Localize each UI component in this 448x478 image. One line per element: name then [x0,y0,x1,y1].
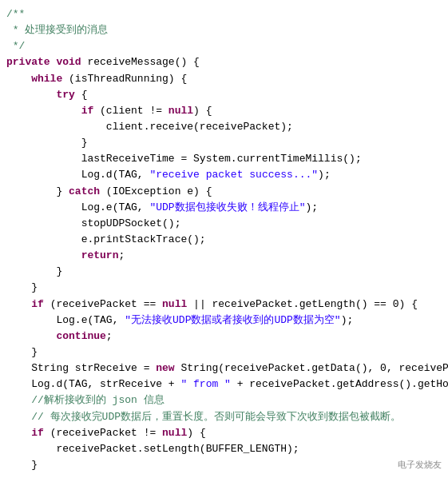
code-line: continue; [0,329,448,345]
indent [6,248,81,264]
token-normal: (IOException e) { [100,184,212,200]
token-comment: * 处理接受到的消息 [6,22,108,38]
token-keyword: null [162,297,187,313]
token-keyword: try [56,87,74,103]
token-normal: Log.d(TAG, strReceive + [31,376,180,392]
code-line: try { [0,87,448,103]
indent [6,425,31,441]
indent [6,216,81,232]
code-line: } [0,457,448,473]
indent [6,297,31,313]
indent [6,232,81,248]
indent [6,167,81,183]
token-keyword: void [56,54,81,70]
indent [6,280,31,296]
token-normal: } [31,345,38,360]
indent [6,345,31,360]
token-string: " from " [180,376,230,392]
code-line: stopUDPSocket(); [0,216,448,232]
token-normal: (receivePacket == [44,297,162,313]
token-normal: stopUDPSocket(); [81,216,181,232]
token-keyword: continue [56,329,105,345]
indent [6,264,56,280]
token-normal: (isThreadRunning) { [62,71,187,87]
indent [6,409,31,425]
code-line: */ [0,38,448,54]
code-line: } catch (IOException e) { [0,184,448,200]
code-line: } [0,264,448,280]
token-normal: } [31,280,38,296]
token-keyword: if [81,103,94,119]
token-normal: e.printStackTrace(); [81,232,206,248]
code-line: String strReceive = new String(receivePa… [0,360,448,376]
indent [6,184,56,200]
token-keyword: private [6,54,50,70]
code-line: * 处理接受到的消息 [0,22,448,38]
token-normal: ); [318,167,331,183]
token-normal: Log.d(TAG, [81,167,150,183]
code-line: lastReceiveTime = System.currentTimeMill… [0,151,448,167]
token-normal: (receivePacket != [44,425,162,441]
indent [6,313,56,329]
token-comment: //解析接收到的 json 信息 [31,392,164,408]
code-line: Log.d(TAG, "receive packet success..."); [0,167,448,183]
code-line: receivePacket.setLength(BUFFER_LENGTH); [0,441,448,457]
token-normal: ); [341,313,354,329]
token-normal: ; [118,248,125,264]
token-normal: lastReceiveTime = System.currentTimeMill… [81,151,362,167]
code-line: Log.e(TAG, "无法接收UDP数据或者接收到的UDP数据为空"); [0,313,448,329]
token-comment: /** [6,6,25,22]
code-line: } [0,345,448,360]
code-line: // 每次接收完UDP数据后，重置长度。否则可能会导致下次收到数据包被截断。 [0,409,448,425]
indent [6,376,31,392]
indent [6,87,56,103]
token-string: "receive packet success..." [149,167,318,183]
code-line: while (isThreadRunning) { [0,71,448,87]
code-line: Log.d(TAG, strReceive + " from " + recei… [0,376,448,392]
code-line: //解析接收到的 json 信息 [0,392,448,408]
token-normal: String(receivePacket.getData(), 0, recei… [175,360,448,376]
code-line: e.printStackTrace(); [0,232,448,248]
token-normal: String strReceive = [31,360,156,376]
indent [6,71,31,87]
token-normal [50,54,57,70]
token-keyword: while [31,71,62,87]
token-normal: (client != [93,103,168,119]
token-normal: ) { [187,425,205,441]
token-normal: + receivePacket.getAddress().getHostAddr… [231,376,448,392]
token-normal: { [75,87,88,103]
code-line: return; [0,248,448,264]
token-keyword: return [81,248,119,264]
indent [6,360,31,376]
token-normal: } [56,184,69,200]
token-normal: ) { [193,103,212,119]
code-line: if (receivePacket != null) { [0,425,448,441]
code-line: if (client != null) { [0,103,448,119]
token-keyword: if [31,425,44,441]
code-line: client.receive(receivePacket); [0,119,448,135]
token-keyword: null [162,425,187,441]
token-normal: ; [106,329,113,345]
code-line: Log.e(TAG, "UDP数据包接收失败！线程停止"); [0,200,448,216]
code-editor: /** * 处理接受到的消息 */private void receiveMes… [0,0,448,478]
token-comment: */ [6,38,25,54]
code-content: /** * 处理接受到的消息 */private void receiveMes… [0,6,448,473]
token-normal: Log.e(TAG, [81,200,150,216]
indent [6,135,81,151]
code-line: if (receivePacket == null || receivePack… [0,297,448,313]
code-line: private void receiveMessage() { [0,54,448,70]
token-string: "无法接收UDP数据或者接收到的UDP数据为空" [125,313,340,329]
indent [6,151,81,167]
token-normal: } [31,457,38,473]
token-normal: client.receive(receivePacket); [106,119,293,135]
code-line: /** [0,6,448,22]
token-keyword: if [31,297,44,313]
watermark-label: 电子发烧友 [398,458,442,472]
token-normal: Log.e(TAG, [56,313,125,329]
indent [6,200,81,216]
indent [6,457,31,473]
token-normal: } [56,264,62,280]
indent [6,392,31,408]
indent [6,441,56,457]
token-normal: receiveMessage() { [81,54,200,70]
